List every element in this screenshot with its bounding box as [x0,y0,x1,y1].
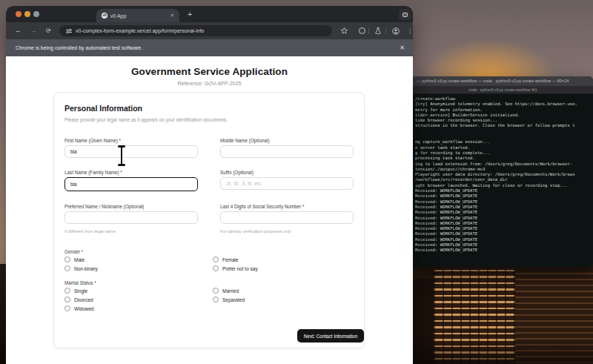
terminal-line: ing to load extension from: /Users/greg/… [415,162,593,167]
terminal-tabbar[interactable]: node · python3 v3.py create-workflow ⌘1 [413,86,593,94]
radio-married[interactable]: Married [213,288,239,294]
terminal-line: tension/./output//chrome-mv3 [415,167,593,172]
terminal-line: ng capture_workflow session... [415,139,593,145]
terminal-line: /create-workflow [415,96,593,102]
radio-label: Male [74,257,85,262]
radio-circle-icon [213,265,219,271]
middle-name-input[interactable] [220,145,354,158]
terminal-line: [try] Anonymized telemetry enabled. See … [415,102,593,107]
terminal-line: Received: WORKFLOW_UPDATE [415,226,593,231]
browser-tab[interactable]: v0 v0 App ✕ [96,9,179,22]
radio-female[interactable]: Female [213,257,239,262]
last-name-input[interactable] [64,177,198,191]
section-heading: Personal Information [64,104,142,113]
terminal-line: Received: WORKFLOW_UPDATE [415,248,593,253]
forward-icon[interactable]: → [30,22,37,39]
tab-title: v0 App [110,13,126,19]
automation-infobar: Chrome is being controlled by automated … [6,39,413,56]
terminal-line: Received: WORKFLOW_UPDATE [415,231,593,236]
tune-icon[interactable] [66,28,72,34]
radio-single[interactable]: Single [64,288,87,294]
radio-circle-icon [213,297,219,302]
marital-status-label: Marital Status * [64,280,96,285]
terminal-line: /workflows/src/recorder/user_data_dir [415,177,593,182]
ssn-last4-input[interactable] [220,211,354,224]
ssn-last4-label: Last 4 Digits of Social Security Number … [220,204,304,209]
radio-separated[interactable]: Separated [213,297,245,302]
terminal-line: Received: WORKFLOW_UPDATE [415,193,593,199]
radio-prefer-not-to-say[interactable]: Prefer not to say [213,265,258,271]
reload-icon[interactable]: ⟳ [46,22,51,39]
menu-kebab-icon[interactable]: ⋮ [404,25,413,36]
radio-divorced[interactable]: Divorced [64,297,93,302]
page-title: Government Service Application [6,66,413,77]
radio-label: Female [222,257,239,262]
terminal-tab-label: node · python3 v3.py create-workflow ⌘1 [468,87,537,92]
toolbar-divider [385,28,386,34]
infobar-text: Chrome is being controlled by automated … [16,45,142,50]
preferred-name-label: Preferred Name / Nickname (Optional) [64,204,144,209]
address-bar[interactable]: v0-complex-form-example.vercel.app/form/… [59,25,332,36]
url-text: v0-complex-form-example.vercel.app/form/… [76,28,205,33]
labs-flask-icon[interactable] [372,25,384,36]
radio-circle-icon [64,305,70,311]
terminal-line: time browser recording session... [415,118,593,123]
radio-label: Separated [222,297,245,302]
radio-label: Divorced [74,297,93,302]
profile-avatar-icon[interactable] [390,25,402,36]
tab-close-icon[interactable]: ✕ [170,13,174,19]
terminal-line: processing task started. [415,156,593,161]
tab-strip: v0 v0 App ✕ + [6,6,413,22]
terminal-line: Received: WORKFLOW_UPDATE [415,188,593,193]
terminal-titlebar: — python3 v3.py create-workflow — node ·… [413,76,593,86]
last-name-label: Last Name (Family Name) * [64,170,122,175]
radio-male[interactable]: Male [64,257,85,262]
radio-widowed[interactable]: Widowed [64,305,94,311]
terminal-line: ight browser launched. Waiting for close… [415,183,593,188]
terminal-line [415,129,593,134]
radio-label: Widowed [74,306,94,311]
terminal-line: n server task started. [415,145,593,150]
suffix-input[interactable] [220,177,354,190]
preferred-name-input[interactable] [64,211,198,224]
radio-non-binary[interactable]: Non-binary [64,265,98,271]
middle-name-label: Middle Name (Optional) [220,138,270,143]
extensions-icon[interactable] [356,25,368,36]
next-contact-information-button[interactable]: Next: Contact Information [297,329,364,343]
ssn-last4-helper: For identity verification purposes only [220,229,291,234]
infobar-close-icon[interactable]: ✕ [400,39,405,56]
terminal-window: — python3 v3.py create-workflow — node ·… [413,76,593,267]
search-tabs-button[interactable] [399,9,411,20]
radio-label: Married [222,288,239,294]
gender-label: Gender * [64,249,83,254]
terminal-line: Received: WORKFLOW_UPDATE [415,237,593,242]
terminal-line: structions in the browser. Close the bro… [415,123,593,128]
first-name-input[interactable] [64,145,198,158]
first-name-label: First Name (Given Name) * [64,138,121,143]
window-minimize-button[interactable] [24,11,30,17]
tab-favicon-icon: v0 [102,13,107,19]
back-icon[interactable]: ← [15,22,21,39]
web-page: Government Service Application Reference… [6,56,413,364]
suffix-label: Suffix (Optional) [220,170,254,175]
window-close-button[interactable] [16,11,21,17]
terminal-line [415,134,593,139]
new-tab-button[interactable]: + [188,8,192,20]
square-icon [402,13,408,17]
terminal-output[interactable]: /create-workflow[try] Anonymized telemet… [413,94,593,267]
terminal-line: ilder.service] BuilderService initialize… [415,113,593,118]
desktop: — python3 v3.py create-workflow — node ·… [0,0,593,364]
radio-circle-icon [64,297,70,302]
section-subtitle: Please provide your legal name as it app… [64,117,228,122]
terminal-line: Received: WORKFLOW_UPDATE [415,210,593,215]
bookmark-star-icon[interactable] [338,25,350,36]
terminal-line: Received: WORKFLOW_UPDATE [415,205,593,210]
radio-circle-icon [64,288,70,294]
terminal-line: Received: WORKFLOW_UPDATE [415,221,593,226]
terminal-line: metry for more information. [415,107,593,113]
window-zoom-button[interactable] [33,11,39,17]
reference-number: Reference: GOV-APP-2025 [6,81,413,86]
terminal-line: Received: WORKFLOW_UPDATE [415,216,593,221]
radio-circle-icon [213,257,219,262]
radio-label: Non-binary [74,266,98,271]
